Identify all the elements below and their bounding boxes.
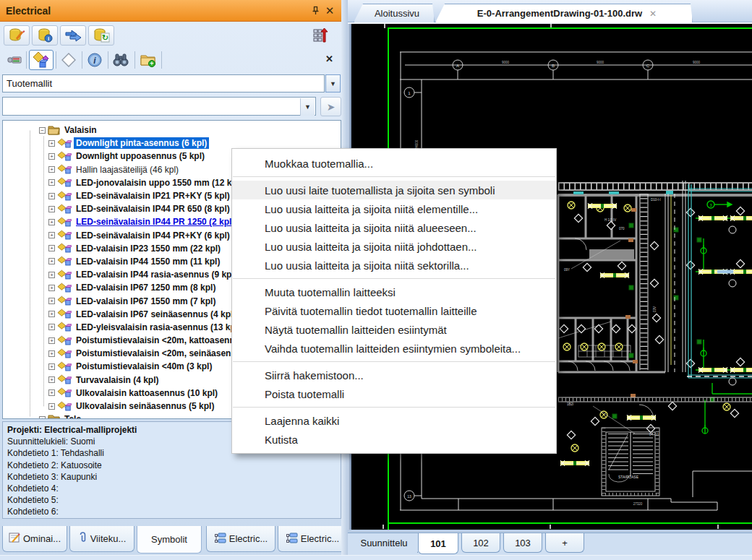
tree-item-label: LED-valaisin IP67 seinäasennus (4 kpl) <box>74 309 238 320</box>
tree-expand-icon[interactable]: + <box>48 272 55 278</box>
product-model-tree-button[interactable] <box>29 50 54 70</box>
database-info-icon: i <box>36 27 54 43</box>
svg-text:27320: 27320 <box>633 502 643 506</box>
menu-item[interactable]: Luo uusia laitteita ja sijoita niitä ele… <box>232 199 556 218</box>
tree-item-label: LED-valaisin IP67 1550 mm (7 kpl) <box>74 296 218 307</box>
menu-item[interactable]: Muokkaa tuotemallia... <box>232 154 556 173</box>
menu-item[interactable]: Luo uusi laite tuotemallista ja sijoita … <box>232 181 556 199</box>
menu-item[interactable]: Poista tuotemalli <box>232 384 556 403</box>
document-tab[interactable]: Aloitussivu <box>354 4 435 22</box>
tree-expand-icon[interactable]: + <box>48 403 55 410</box>
panel-tab-electric[interactable]: Electric... <box>206 526 275 552</box>
menu-item[interactable]: Kutista <box>232 430 556 449</box>
panel-tab-label: Symbolit <box>151 534 187 545</box>
menu-item[interactable]: Luo uusia laitteita ja sijoita niitä sek… <box>232 256 556 275</box>
info-button[interactable]: i <box>84 50 106 70</box>
svg-text:03V: 03V <box>653 306 657 312</box>
tree-expand-icon[interactable]: + <box>48 376 55 383</box>
close-icon[interactable]: ✕ <box>322 4 337 18</box>
menu-item[interactable]: Päivitä tuotemallin tiedot tuotemallin l… <box>232 301 556 320</box>
tree-expand-icon[interactable]: + <box>48 363 55 370</box>
tree-expand-icon[interactable]: + <box>48 140 55 147</box>
tree-item-label: LED-seinävalaisin IP44 PR 1250 (2 kpl) <box>74 216 236 228</box>
tree-expand-icon[interactable]: + <box>48 245 55 251</box>
tree-expand-icon[interactable]: + <box>48 179 55 186</box>
database-refresh-button[interactable]: ↻ <box>88 25 114 46</box>
cable-part-icon <box>7 55 23 65</box>
menu-item[interactable]: Vaihda tuotemallin laitteiden esiintymie… <box>232 339 556 358</box>
menu-item[interactable]: Laajenna kaikki <box>232 411 556 430</box>
search-dropdown-button[interactable]: ▼ <box>300 98 315 116</box>
sheet-tab-[interactable]: + <box>545 533 584 553</box>
tree-expand-icon[interactable]: − <box>39 127 46 134</box>
product-model-icon <box>57 151 72 162</box>
document-tab[interactable]: E-0-ArrangementDrawing-01-100.drw✕ <box>435 4 693 22</box>
info-icon: i <box>87 52 103 68</box>
tree-expand-icon[interactable]: + <box>48 166 55 173</box>
document-tab-label: E-0-ArrangementDrawing-01-100.drw <box>477 8 642 19</box>
transfer-button[interactable] <box>60 25 86 46</box>
database-edit-button[interactable] <box>4 25 30 46</box>
add-folder-button[interactable]: + <box>137 50 159 70</box>
project-info-line: Kohdetieto 4: <box>7 483 341 494</box>
tree-item-label: LED-seinävalaisin IP44 PR 650 (8 kpl) <box>74 203 232 215</box>
category-dropdown-button[interactable]: ▼ <box>325 74 341 92</box>
cable-part-button[interactable] <box>4 50 26 70</box>
svg-text:↻: ↻ <box>102 33 108 42</box>
sheet-tab-suunnittelu[interactable]: Suunnittelu <box>350 533 418 553</box>
panel-tab-viiteku[interactable]: Viiteku... <box>69 526 134 552</box>
menu-item[interactable]: Luo uusia laitteita ja sijoita niitä joh… <box>232 237 556 256</box>
import-list-button[interactable] <box>310 25 330 46</box>
panel-tab-ominai[interactable]: Ominai... <box>2 526 67 552</box>
svg-text:A: A <box>456 64 459 68</box>
sheet-tab-103[interactable]: 103 <box>503 533 542 553</box>
tree-expand-icon[interactable]: + <box>48 337 55 344</box>
menu-item[interactable]: Muuta tuotemallin laitteeksi <box>232 283 556 301</box>
cable-ladder <box>640 194 648 370</box>
category-combobox[interactable]: Tuotemallit <box>2 74 325 92</box>
search-button[interactable] <box>110 50 132 70</box>
tree-expand-icon[interactable]: + <box>48 232 55 238</box>
panel-tab-label: Electric... <box>301 533 339 544</box>
database-edit-icon <box>8 27 25 43</box>
product-model-icon <box>57 309 72 319</box>
tree-expand-icon[interactable]: + <box>48 285 55 291</box>
tree-expand-icon[interactable]: + <box>48 324 55 330</box>
menu-separator <box>232 173 556 181</box>
product-model-icon <box>57 230 72 241</box>
product-model-icon <box>57 348 72 359</box>
database-info-button[interactable]: i <box>32 25 58 46</box>
tree-expand-icon[interactable]: + <box>48 311 55 317</box>
tree-expand-icon[interactable]: + <box>48 219 55 225</box>
tree-structure-icon <box>286 533 298 546</box>
search-go-button[interactable]: ➤ <box>320 97 341 116</box>
tree-expand-icon[interactable]: + <box>39 416 46 419</box>
tree-item-label: LED-valaisin IP44 rasia-asennus (9 kpl) <box>74 269 239 280</box>
svg-text:9000: 9000 <box>693 61 701 64</box>
tree-expand-icon[interactable]: + <box>48 389 55 396</box>
search-combobox[interactable]: ▼ <box>2 97 316 116</box>
menu-item[interactable]: Näytä tuotemallin laitteiden esiintymät <box>232 320 556 339</box>
menu-item[interactable]: Siirrä hakemistoon... <box>232 366 556 384</box>
tree-expand-icon[interactable]: + <box>48 193 55 199</box>
sheet-tab-102[interactable]: 102 <box>461 533 500 553</box>
menu-item[interactable]: Luo uusia laitteita ja sijoita niitä alu… <box>232 218 556 237</box>
tree-expand-icon[interactable]: + <box>48 350 55 357</box>
sheet-tab-101[interactable]: 101 <box>418 533 458 554</box>
tree-expand-icon[interactable]: + <box>48 258 55 264</box>
tree-expand-icon[interactable]: + <box>48 153 55 160</box>
tree-item-label: LED-seinävalaisin IP21 PR+KY (5 kpl) <box>74 190 232 202</box>
panel-tab-symbolit[interactable]: Symbolit <box>137 526 202 553</box>
close-icon[interactable]: ✕ <box>325 53 333 64</box>
pin-icon[interactable] <box>308 4 322 18</box>
tree-expand-icon[interactable]: + <box>48 298 55 304</box>
symbol-button[interactable] <box>58 50 80 70</box>
svg-text:9000: 9000 <box>597 61 604 64</box>
panel-tab-electric[interactable]: Electric... <box>278 526 347 552</box>
tree-expand-icon[interactable]: + <box>48 206 55 212</box>
product-model-icon <box>57 256 72 267</box>
tree-folder[interactable]: −Valaisin <box>3 124 341 137</box>
panel-tab-bar: Ominai...Viiteku...SymbolitElectric...El… <box>0 526 341 555</box>
close-tab-icon[interactable]: ✕ <box>649 9 657 19</box>
svg-text:H 1/2 IV: H 1/2 IV <box>604 218 616 222</box>
